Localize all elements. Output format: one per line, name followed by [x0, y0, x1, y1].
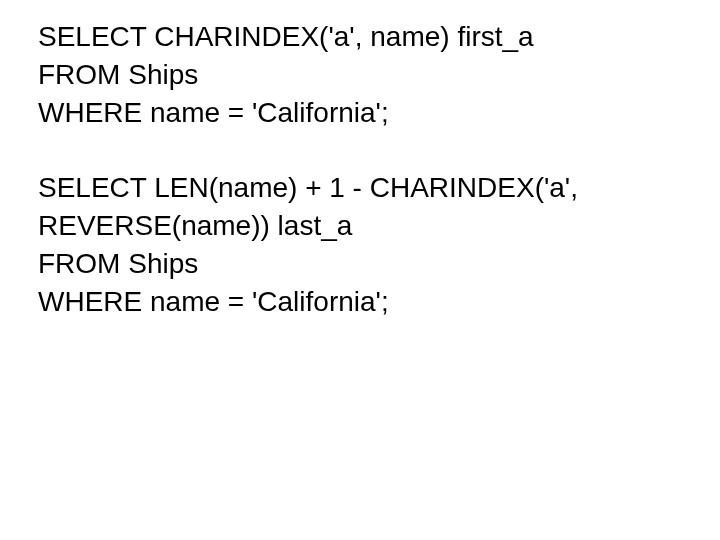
blank-line [38, 131, 682, 169]
code-line-7: WHERE name = 'California'; [38, 283, 682, 321]
code-line-6: FROM Ships [38, 245, 682, 283]
code-line-5: SELECT LEN(name) + 1 - CHARINDEX('a', RE… [38, 169, 682, 245]
code-line-1: SELECT CHARINDEX('a', name) first_a [38, 18, 682, 56]
slide-content: SELECT CHARINDEX('a', name) first_a FROM… [0, 0, 720, 340]
code-line-2: FROM Ships [38, 56, 682, 94]
code-line-3: WHERE name = 'California'; [38, 94, 682, 132]
